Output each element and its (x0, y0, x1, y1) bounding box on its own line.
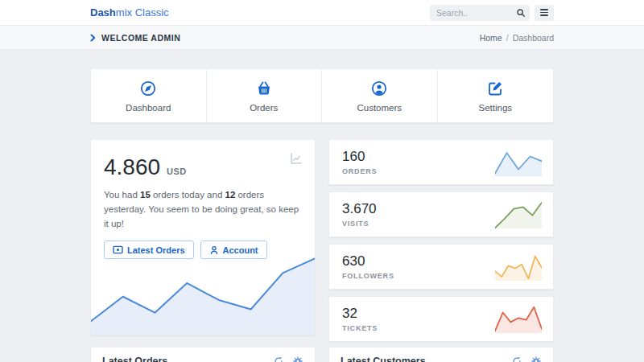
refresh-icon (274, 356, 283, 362)
tab-customers[interactable]: Customers (322, 69, 438, 122)
earnings-currency: USD (167, 167, 187, 176)
stat-value: 32 (342, 306, 378, 322)
stat-value: 3.670 (342, 201, 377, 217)
earnings-amount: 4.860 (104, 154, 160, 180)
tab-dashboard[interactable]: Dashboard (91, 69, 207, 122)
search-box (430, 5, 530, 21)
stat-label: TICKETS (342, 324, 378, 332)
header-actions (430, 5, 554, 21)
chevron-right-icon (90, 34, 96, 42)
stat-label: ORDERS (342, 167, 377, 175)
earnings-card: 4.860 USD You had 15 orders today and 12… (90, 139, 316, 335)
search-icon (516, 8, 526, 18)
panel-title: Latest Orders (102, 356, 167, 362)
top-header: Dashmix Classic (0, 0, 644, 26)
stat-value: 630 (342, 253, 394, 269)
search-button[interactable] (512, 5, 530, 21)
latest-customers-panel: Latest Customers (328, 347, 554, 362)
hamburger-menu-button[interactable] (535, 5, 554, 21)
stat-card-visits[interactable]: 3.670 VISITS (328, 191, 554, 237)
main-content: Dashboard Orders Customers (0, 50, 644, 362)
breadcrumb-separator: / (506, 33, 509, 43)
tab-label: Dashboard (126, 103, 171, 113)
refresh-icon (512, 356, 522, 362)
gear-icon (293, 356, 303, 362)
stat-label: FOLLOWERS (342, 272, 394, 280)
stat-card-tickets[interactable]: 32 TICKETS (328, 296, 554, 342)
settings-button[interactable] (530, 356, 542, 362)
panel-title: Latest Customers (341, 356, 426, 362)
tab-settings[interactable]: Settings (438, 69, 554, 122)
breadcrumb: Home / Dashboard (480, 33, 554, 43)
compass-icon (139, 80, 157, 97)
tab-orders[interactable]: Orders (207, 69, 323, 122)
panel-header: Latest Customers (329, 348, 553, 362)
tickets-sparkline-chart (495, 306, 542, 333)
breadcrumb-home-link[interactable]: Home (480, 33, 502, 43)
stats-row: 4.860 USD You had 15 orders today and 12… (90, 139, 554, 342)
stat-label: VISITS (342, 220, 377, 228)
refresh-button[interactable] (273, 356, 284, 362)
panel-actions (511, 356, 542, 362)
brand-logo[interactable]: Dashmix Classic (90, 6, 169, 19)
person-circle-icon (370, 80, 388, 97)
earnings-description: You had 15 orders today and 12 orders ye… (104, 188, 302, 231)
quick-nav-tabs: Dashboard Orders Customers (90, 68, 554, 123)
page-heading: WELCOME ADMIN (101, 33, 180, 43)
hamburger-icon (540, 9, 548, 10)
breadcrumb-bar: WELCOME ADMIN Home / Dashboard (0, 26, 644, 50)
brand-logo-bold: Dash (90, 6, 116, 19)
chart-icon (289, 151, 303, 166)
refresh-button[interactable] (511, 356, 522, 362)
earnings-area-chart (91, 250, 315, 335)
latest-orders-panel: Latest Orders (90, 347, 316, 362)
followers-sparkline-chart (495, 253, 542, 281)
stat-card-followers[interactable]: 630 FOLLOWERS (328, 244, 554, 290)
stat-card-orders[interactable]: 160 ORDERS (328, 139, 554, 185)
visits-sparkline-chart (495, 201, 542, 228)
gear-icon (531, 356, 541, 362)
stat-cards-column: 160 ORDERS 3.670 VISITS 630 FOLLOWERS (328, 139, 554, 342)
tab-label: Settings (478, 103, 512, 113)
stat-value: 160 (342, 149, 377, 165)
breadcrumb-current: Dashboard (513, 33, 554, 43)
edit-icon (486, 80, 504, 97)
panel-actions (273, 356, 303, 362)
orders-sparkline-chart (495, 149, 542, 176)
panel-header: Latest Orders (91, 348, 315, 362)
search-input[interactable] (430, 8, 512, 18)
bottom-panels-row: Latest Orders (90, 347, 554, 362)
tab-label: Orders (250, 103, 278, 113)
basket-icon (255, 80, 273, 97)
tab-label: Customers (357, 103, 402, 113)
settings-button[interactable] (292, 356, 303, 362)
page-heading-group: WELCOME ADMIN (90, 33, 180, 43)
brand-logo-rest: mix Classic (116, 6, 169, 19)
